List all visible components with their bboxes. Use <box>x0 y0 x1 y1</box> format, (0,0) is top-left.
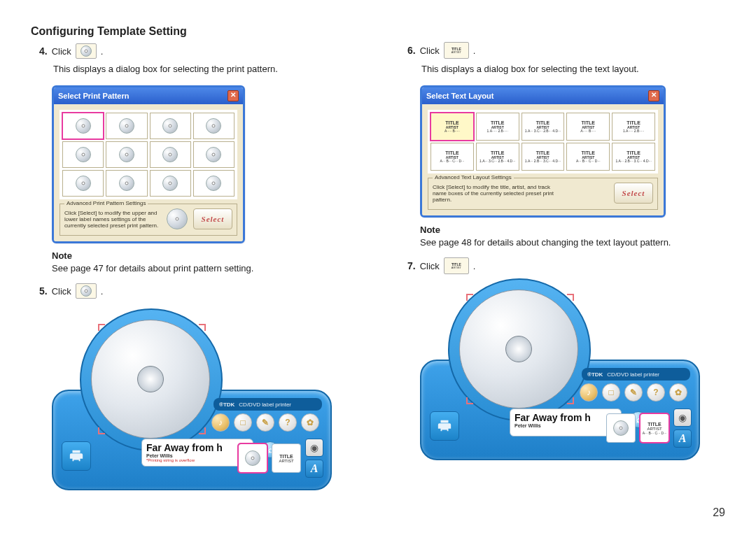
print-button[interactable] <box>62 441 91 471</box>
thumb-artist-label: ARTIST <box>279 459 293 463</box>
disc-icon <box>167 208 188 229</box>
select-button[interactable]: Select <box>193 208 232 229</box>
text-layout-option[interactable]: TITLE ARTIST 1.A··· 2.B··· 3.C··· 4.D··· <box>612 143 655 171</box>
select-button[interactable]: Select <box>614 183 653 204</box>
print-pattern-option[interactable] <box>150 170 191 197</box>
info-button[interactable]: ✿ <box>301 413 319 432</box>
select-print-pattern-dialog: Select Print Pattern ✕ <box>52 85 245 243</box>
printer-app-figure: ®TDK CD/DVD label printer ♪ □ ✎ ? ✿ Far … <box>420 278 700 460</box>
brand-description: CD/DVD label printer <box>607 371 659 378</box>
step-tail: . <box>473 261 476 271</box>
printer-icon <box>437 418 452 434</box>
step-6: 6. Click TITLE ARTIST . <box>407 42 725 59</box>
step-text: Click <box>52 286 71 297</box>
brand-label: ®TDK <box>587 371 603 378</box>
note-heading: Note <box>420 225 725 235</box>
print-pattern-option[interactable] <box>106 141 147 168</box>
print-pattern-option[interactable] <box>106 113 147 139</box>
info-button[interactable]: ✿ <box>669 383 687 401</box>
new-button[interactable]: □ <box>234 413 252 432</box>
dialog-title: Select Text Layout <box>426 92 493 100</box>
disc-icon <box>76 147 91 162</box>
step-number: 6. <box>407 45 416 56</box>
note-heading: Note <box>52 250 357 261</box>
print-pattern-option[interactable] <box>150 113 191 139</box>
text-layout-option[interactable]: TITLE ARTIST 1.A··· 3.C··· 2.B··· 4.D··· <box>476 143 519 171</box>
settings-button[interactable]: ✎ <box>256 413 274 432</box>
dialog-titlebar: Select Print Pattern ✕ <box>54 87 243 104</box>
print-pattern-option[interactable] <box>62 141 104 168</box>
icon-artist-label: ARTIST <box>451 266 461 269</box>
title-artist: Peter Willis <box>514 423 617 428</box>
cell-tracks: 1.A····· 2.B····· <box>487 129 508 134</box>
disc-thumbnail[interactable] <box>606 413 636 443</box>
font-style-button[interactable]: A <box>673 429 692 448</box>
step-text: Click <box>52 46 71 57</box>
dialog-body: Advanced Print Pattern Settings Click [S… <box>54 104 243 241</box>
text-layout-option[interactable]: TITLE ARTIST 1.A····· 2.B····· <box>612 113 655 141</box>
cell-tracks: 1.A····· 2.B····· <box>623 129 644 134</box>
advanced-settings-fieldset: Advanced Print Pattern Settings Click [S… <box>59 204 237 236</box>
help-button[interactable]: ? <box>279 413 297 432</box>
disc-icon <box>119 176 134 191</box>
preview-button[interactable]: ◉ <box>673 408 692 427</box>
cell-tracks: A··· B··· C··· D··· <box>440 159 465 164</box>
settings-button[interactable]: ✎ <box>624 383 643 401</box>
step-tail: . <box>101 46 104 57</box>
text-layout-option[interactable]: TITLE ARTIST A··· B··· C··· D··· <box>430 143 474 171</box>
fieldset-legend: Advanced Text Layout Settings <box>433 174 514 180</box>
close-icon[interactable]: ✕ <box>648 90 659 101</box>
print-pattern-option[interactable] <box>106 170 147 197</box>
music-note-button[interactable]: ♪ <box>211 413 230 432</box>
thumbnail-group: TITLE ARTIST A··· B··· C··· D··· ◉ A <box>606 408 692 448</box>
toolbar-buttons: ♪ □ ✎ ? ✿ <box>211 413 319 432</box>
new-button[interactable]: □ <box>602 383 620 401</box>
step-text: Click <box>420 45 440 56</box>
disc-icon <box>119 118 134 134</box>
note-text: See page 48 for details about changing t… <box>420 236 725 249</box>
text-layout-option[interactable]: TITLE ARTIST A····· B····· <box>430 113 474 141</box>
brand-bar: ®TDK CD/DVD label printer <box>214 398 322 411</box>
cd-preview <box>91 320 210 439</box>
text-layout-thumbnail[interactable]: TITLE ARTIST <box>272 443 301 473</box>
text-layout-option[interactable]: TITLE ARTIST 1.A··· 3.C··· 2.B··· 4.D··· <box>522 113 565 141</box>
disc-icon <box>76 176 91 191</box>
text-layout-thumbnail[interactable]: TITLE ARTIST A··· B··· C··· D··· <box>640 413 669 443</box>
music-note-button[interactable]: ♪ <box>580 383 598 401</box>
disc-thumbnail[interactable] <box>238 443 267 473</box>
print-pattern-grid <box>59 110 237 199</box>
step-number: 7. <box>407 260 416 271</box>
cell-tracks: A····· B····· <box>444 129 460 134</box>
print-pattern-option[interactable] <box>150 141 191 168</box>
text-layout-option[interactable]: TITLE ARTIST 1.A····· 2.B····· <box>476 113 519 141</box>
preview-button[interactable]: ◉ <box>305 439 323 457</box>
step-5: 5. Click . <box>39 283 357 299</box>
print-button[interactable] <box>430 411 459 441</box>
print-pattern-option[interactable] <box>193 141 234 168</box>
font-style-button[interactable]: A <box>305 460 323 478</box>
fieldset-legend: Advanced Print Pattern Settings <box>64 200 148 206</box>
help-button[interactable]: ? <box>647 383 665 401</box>
brand-label: ®TDK <box>219 401 234 408</box>
print-pattern-option[interactable] <box>62 170 104 197</box>
text-layout-option[interactable]: TITLE ARTIST 1.A··· 2.B··· 3.C··· 4.D··· <box>522 143 565 171</box>
text-layout-option[interactable]: TITLE ARTIST A··· B··· C··· D··· <box>566 143 610 171</box>
print-pattern-option[interactable] <box>193 113 234 139</box>
thumb-title-label: TITLE <box>279 454 293 459</box>
step-tail: . <box>101 286 104 297</box>
title-main: Far Away from h <box>514 412 617 423</box>
cd-preview <box>459 290 578 408</box>
text-layout-option[interactable]: TITLE ARTIST A····· B····· <box>566 113 610 141</box>
dialog-title: Select Print Pattern <box>58 92 129 100</box>
title-main: Far Away from h <box>146 442 248 453</box>
step-number: 5. <box>39 285 48 297</box>
close-icon[interactable]: ✕ <box>227 90 239 101</box>
select-text-layout-dialog: Select Text Layout ✕ TITLE ARTIST A·····… <box>420 85 666 218</box>
print-pattern-option[interactable] <box>193 170 234 197</box>
manual-page: Configuring Template Setting 4. Click . … <box>0 0 756 511</box>
fieldset-hint: Click [Select] to modify the upper and l… <box>64 210 162 229</box>
print-pattern-option[interactable] <box>62 113 104 139</box>
left-column: Configuring Template Setting 4. Click . … <box>31 25 357 490</box>
disc-icon <box>162 147 178 162</box>
text-layout-thumbnail-icon: TITLE ARTIST <box>444 257 469 274</box>
